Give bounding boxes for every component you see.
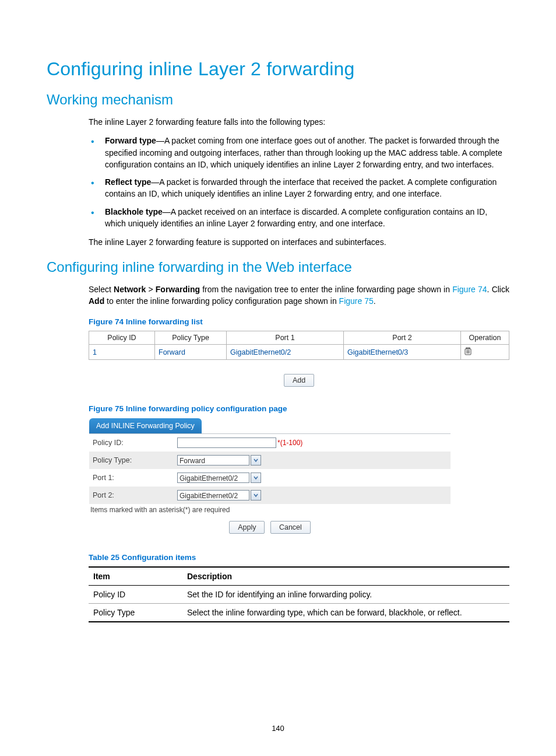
- cell-port-2: GigabitEthernet0/3: [344, 345, 461, 360]
- cell-port-1: GigabitEthernet0/2: [227, 345, 344, 360]
- figure-74-caption: Figure 74 Inline forwarding list: [89, 317, 509, 326]
- cell-item: Policy ID: [89, 586, 182, 604]
- add-button[interactable]: Add: [284, 374, 314, 387]
- table-row: 1 Forward GigabitEthernet0/2 GigabitEthe…: [89, 345, 509, 360]
- reflect-type-label: Reflect type: [105, 177, 151, 187]
- chevron-down-icon[interactable]: [251, 490, 261, 501]
- table-25-caption: Table 25 Configuration items: [89, 553, 509, 562]
- link-figure-75[interactable]: Figure 75: [339, 296, 374, 306]
- col-item: Item: [89, 567, 182, 586]
- cell-description: Select the inline forwarding type, which…: [182, 604, 509, 622]
- configuration-items-table: Item Description Policy ID Set the ID fo…: [89, 566, 509, 622]
- port-2-value: GigabitEthernet0/2: [177, 490, 249, 501]
- apply-button[interactable]: Apply: [229, 521, 265, 534]
- policy-type-select[interactable]: Forward: [177, 455, 261, 466]
- link-figure-74[interactable]: Figure 74: [452, 285, 487, 294]
- port-2-select[interactable]: GigabitEthernet0/2: [177, 490, 261, 501]
- text: >: [146, 285, 156, 294]
- forward-type-label: Forward type: [105, 136, 156, 145]
- chevron-down-icon[interactable]: [251, 455, 261, 466]
- list-item: Blackhole type—A packet received on an i…: [89, 206, 509, 230]
- required-note: Items marked with an asterisk(*) are req…: [89, 504, 451, 519]
- page-title: Configuring inline Layer 2 forwarding: [47, 58, 509, 80]
- blackhole-type-text: —A packet received on an interface is di…: [105, 207, 487, 228]
- text: to enter the inline forwarding policy co…: [104, 296, 339, 306]
- form-tab[interactable]: Add INLINE Forwarding Policy: [89, 418, 202, 433]
- svg-rect-1: [466, 348, 470, 349]
- table-row: Policy Type Select the inline forwarding…: [89, 604, 509, 622]
- reflect-type-text: —A packet is forwarded through the inter…: [105, 177, 497, 198]
- section-working-mechanism: Working mechanism: [47, 92, 509, 108]
- after-bullets-text: The inline Layer 2 forwarding feature is…: [89, 236, 509, 248]
- col-description: Description: [182, 567, 509, 586]
- port-1-select[interactable]: GigabitEthernet0/2: [177, 473, 261, 483]
- text: . Click: [487, 285, 509, 294]
- trash-icon[interactable]: [464, 347, 471, 355]
- cancel-button[interactable]: Cancel: [270, 521, 311, 534]
- port-1-label: Port 1:: [93, 474, 177, 482]
- add-bold: Add: [89, 296, 104, 306]
- chevron-down-icon[interactable]: [251, 473, 261, 483]
- inline-forwarding-table: Policy ID Policy Type Port 1 Port 2 Oper…: [89, 331, 509, 360]
- col-port-2[interactable]: Port 2: [344, 331, 461, 345]
- nav-forwarding: Forwarding: [156, 285, 200, 294]
- nav-instructions: Select Network > Forwarding from the nav…: [89, 284, 509, 307]
- table-row: Policy ID Set the ID for identifying an …: [89, 586, 509, 604]
- col-port-1[interactable]: Port 1: [227, 331, 344, 345]
- port-1-value: GigabitEthernet0/2: [177, 473, 249, 483]
- col-policy-id[interactable]: Policy ID: [89, 331, 155, 345]
- figure-75-caption: Figure 75 Inline forwarding policy confi…: [89, 404, 509, 413]
- cell-description: Set the ID for identifying an inline for…: [182, 586, 509, 604]
- text: from the navigation tree to enter the in…: [200, 285, 452, 294]
- cell-policy-id: 1: [89, 345, 155, 360]
- list-item: Forward type—A packet coming from one in…: [89, 135, 509, 170]
- col-operation[interactable]: Operation: [461, 331, 509, 345]
- section-configuring-web: Configuring inline forwarding in the Web…: [47, 259, 509, 275]
- cell-policy-type: Forward: [155, 345, 227, 360]
- policy-id-input[interactable]: [177, 438, 276, 448]
- policy-type-label: Policy Type:: [93, 456, 177, 464]
- text: Select: [89, 285, 114, 294]
- col-policy-type[interactable]: Policy Type: [155, 331, 227, 345]
- list-item: Reflect type—A packet is forwarded throu…: [89, 176, 509, 200]
- cell-item: Policy Type: [89, 604, 182, 622]
- port-2-label: Port 2:: [93, 491, 177, 499]
- forward-type-text: —A packet coming from one interface goes…: [105, 136, 502, 169]
- type-list: Forward type—A packet coming from one in…: [89, 135, 509, 229]
- policy-id-hint: *(1-100): [277, 439, 302, 447]
- nav-network: Network: [114, 285, 146, 294]
- policy-type-value: Forward: [177, 455, 249, 466]
- text: .: [374, 296, 376, 306]
- policy-id-label: Policy ID:: [93, 439, 177, 447]
- intro-text: The inline Layer 2 forwarding feature fa…: [89, 116, 509, 128]
- cell-operation: [461, 345, 509, 360]
- blackhole-type-label: Blackhole type: [105, 207, 163, 216]
- page-number: 140: [0, 724, 556, 733]
- add-policy-form: Add INLINE Forwarding Policy Policy ID: …: [89, 418, 451, 538]
